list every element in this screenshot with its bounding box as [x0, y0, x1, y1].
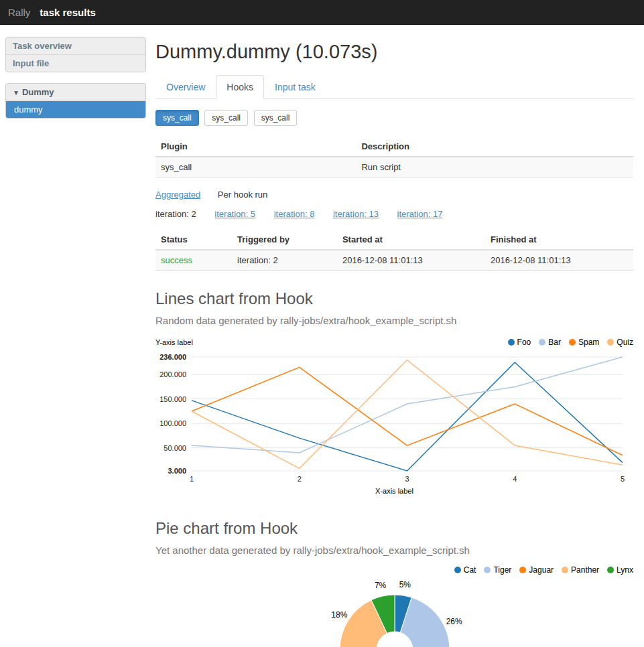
tab-bar: Overview Hooks Input task: [155, 75, 633, 99]
legend-dot-icon: [519, 567, 526, 573]
table-row: success iteration: 2 2016-12-08 11:01:13…: [155, 250, 633, 271]
sidebar-group-top: Task overview Input file: [5, 37, 146, 72]
hook-button-2[interactable]: sys_call: [204, 110, 248, 126]
pie-chart-canvas: 5%26%44%18%7%: [155, 577, 633, 647]
page-header-title: task results: [40, 7, 95, 18]
main-content: Dummy.dummy (10.073s) Overview Hooks Inp…: [155, 37, 633, 647]
iteration-link-5[interactable]: iteration: 5: [214, 209, 255, 219]
tab-input-task[interactable]: Input task: [264, 75, 326, 99]
plugin-table: Plugin Description sys_call Run script: [155, 137, 633, 177]
pie-chart-title: Pie chart from Hook: [155, 519, 633, 538]
legend-dot-icon: [484, 567, 491, 573]
runs-table: Status Triggered by Started at Finished …: [155, 230, 633, 271]
started-at-cell: 2016-12-08 11:01:13: [337, 250, 485, 271]
view-toggle: Aggregated Per hook run: [155, 190, 633, 200]
y-axis-label: Y-axis label: [155, 338, 193, 346]
sidebar-group-dummy-header[interactable]: ▼Dummy: [6, 84, 145, 100]
hook-button-1[interactable]: sys_call: [155, 110, 199, 126]
legend-item-cat[interactable]: Cat: [454, 565, 476, 575]
line-chart-title: Lines chart from Hook: [155, 289, 633, 308]
iteration-link-17[interactable]: iteration: 17: [397, 209, 443, 219]
tab-overview[interactable]: Overview: [155, 75, 216, 99]
description-cell: Run script: [356, 157, 633, 177]
svg-text:5: 5: [621, 475, 625, 483]
line-chart: Y-axis label FooBarSpamQuiz 3.00050.0001…: [155, 336, 633, 495]
x-axis-label: X-axis label: [155, 487, 633, 495]
sidebar-group-dummy: ▼Dummy dummy: [5, 83, 146, 119]
pie-chart-legend: CatTigerJaguarPantherLynx: [446, 565, 633, 575]
svg-text:2: 2: [298, 475, 302, 483]
plugin-cell: sys_call: [155, 157, 356, 177]
legend-dot-icon: [607, 339, 614, 346]
runs-header-finished-at: Finished at: [485, 230, 633, 250]
hook-button-group: sys_call sys_call sys_call: [155, 110, 633, 126]
svg-text:1: 1: [190, 475, 194, 483]
sidebar: Task overview Input file ▼Dummy dummy: [5, 37, 146, 129]
legend-dot-icon: [607, 567, 614, 573]
status-badge: success: [155, 250, 232, 271]
legend-dot-icon: [569, 339, 576, 346]
legend-item-quiz[interactable]: Quiz: [607, 338, 633, 347]
runs-header-triggered-by: Triggered by: [232, 230, 337, 250]
legend-dot-icon: [539, 339, 545, 346]
pie-chart-svg: 5%26%44%18%7%: [251, 577, 539, 647]
finished-at-cell: 2016-12-08 11:01:13: [485, 250, 633, 271]
top-navbar: Rally task results: [0, 0, 644, 25]
sidebar-group-dummy-label: Dummy: [22, 87, 54, 97]
line-chart-section: Lines chart from Hook Random data genera…: [155, 289, 633, 495]
pie-chart: CatTigerJaguarPantherLynx 5%26%44%18%7%: [155, 565, 633, 647]
line-chart-canvas: 3.00050.000100.000150.000200.000236.0001…: [155, 349, 633, 487]
line-chart-subtitle: Random data generated by rally-jobs/extr…: [155, 315, 633, 326]
line-chart-svg: 3.00050.000100.000150.000200.000236.0001…: [155, 349, 633, 487]
iteration-current: iteration: 2: [155, 209, 196, 219]
legend-dot-icon: [562, 567, 568, 573]
tab-hooks[interactable]: Hooks: [216, 75, 264, 99]
iteration-link-13[interactable]: iteration: 13: [333, 209, 379, 219]
legend-item-jaguar[interactable]: Jaguar: [519, 565, 554, 575]
legend-item-foo[interactable]: Foo: [508, 338, 531, 347]
iteration-link-8[interactable]: iteration: 8: [274, 209, 315, 219]
svg-text:150.000: 150.000: [159, 395, 186, 403]
runs-header-started-at: Started at: [337, 230, 485, 250]
legend-item-tiger[interactable]: Tiger: [484, 565, 511, 575]
legend-dot-icon: [454, 567, 461, 573]
legend-item-spam[interactable]: Spam: [569, 338, 599, 347]
aggregated-link[interactable]: Aggregated: [155, 190, 200, 200]
sidebar-item-task-overview[interactable]: Task overview: [6, 38, 145, 54]
iteration-selector: iteration: 2 iteration: 5 iteration: 8 i…: [155, 209, 633, 219]
triggered-by-cell: iteration: 2: [232, 250, 337, 271]
line-chart-legend: FooBarSpamQuiz: [500, 338, 633, 347]
brand[interactable]: Rally: [8, 7, 30, 18]
sidebar-item-dummy[interactable]: dummy: [6, 100, 145, 118]
svg-text:3: 3: [405, 475, 409, 483]
pie-chart-section: Pie chart from Hook Yet another data gen…: [155, 519, 633, 647]
sidebar-item-input-file[interactable]: Input file: [6, 54, 145, 72]
svg-text:5%: 5%: [399, 580, 411, 589]
legend-item-bar[interactable]: Bar: [539, 338, 561, 347]
table-row: sys_call Run script: [155, 157, 633, 177]
hook-button-3[interactable]: sys_call: [254, 110, 298, 126]
runs-header-status: Status: [155, 230, 232, 250]
legend-item-lynx[interactable]: Lynx: [607, 565, 633, 575]
legend-item-panther[interactable]: Panther: [562, 565, 599, 575]
chevron-down-icon: ▼: [13, 89, 19, 96]
svg-text:3.000: 3.000: [168, 467, 186, 475]
svg-text:50.000: 50.000: [164, 444, 186, 452]
svg-text:200.000: 200.000: [159, 370, 186, 378]
layout: Task overview Input file ▼Dummy dummy Du…: [0, 25, 644, 647]
plugin-table-header-description: Description: [356, 137, 633, 157]
svg-text:236.000: 236.000: [159, 353, 186, 361]
svg-text:7%: 7%: [374, 581, 386, 590]
svg-text:100.000: 100.000: [159, 419, 186, 427]
page-title: Dummy.dummy (10.073s): [155, 41, 633, 63]
svg-text:26%: 26%: [446, 617, 462, 626]
svg-text:4: 4: [513, 475, 517, 483]
plugin-table-header-plugin: Plugin: [155, 137, 356, 157]
legend-dot-icon: [508, 339, 515, 346]
pie-chart-subtitle: Yet another data generated by rally-jobs…: [155, 545, 633, 556]
svg-text:18%: 18%: [331, 610, 347, 620]
per-hook-run-label: Per hook run: [218, 190, 267, 200]
